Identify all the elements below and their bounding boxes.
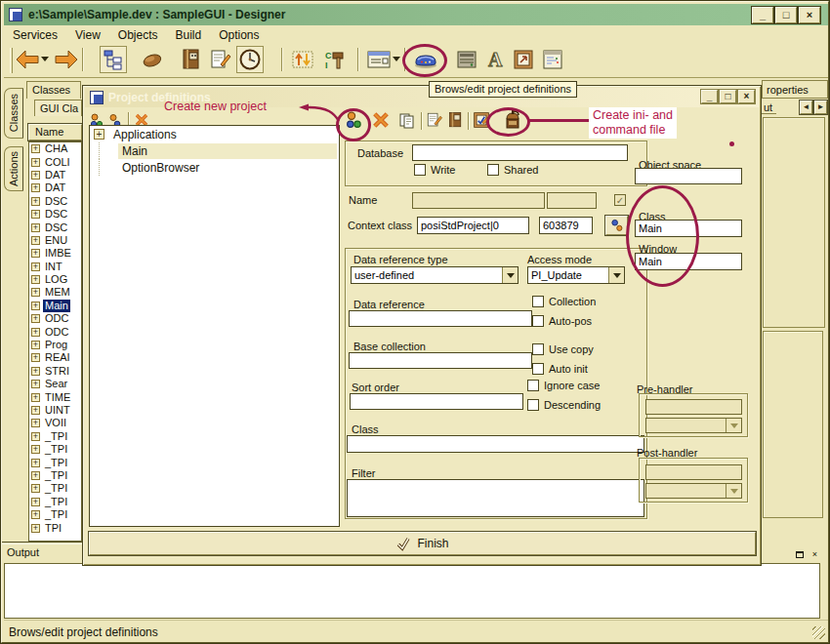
machine-button[interactable] <box>453 46 480 73</box>
expand-icon[interactable]: + <box>31 419 40 427</box>
image-edit-button[interactable] <box>473 111 490 129</box>
create-ini-button[interactable] <box>503 109 523 131</box>
dialog-close-button[interactable]: × <box>738 90 755 103</box>
class-tree-item[interactable]: +MEM <box>29 286 81 299</box>
close-button[interactable]: × <box>799 7 820 23</box>
class-tree-item[interactable]: +_TPI <box>29 430 81 443</box>
class-tree-item[interactable]: +DSC <box>29 208 81 221</box>
tree-item-optionbrowser[interactable]: OptionBrowser <box>90 159 339 176</box>
expand-icon[interactable]: + <box>31 210 40 219</box>
class-book-button[interactable] <box>178 46 205 73</box>
output-area[interactable] <box>4 563 820 619</box>
class-tree-item[interactable]: +TPI <box>29 521 81 534</box>
context-class-id-input[interactable] <box>539 217 593 234</box>
object-space-input[interactable] <box>635 168 742 184</box>
collection-checkbox[interactable]: Collection <box>532 296 596 307</box>
checkbox-box[interactable] <box>527 380 539 391</box>
expand-icon[interactable]: + <box>31 484 40 493</box>
menu-item[interactable]: Services <box>4 26 66 44</box>
expand-icon[interactable]: + <box>31 445 40 454</box>
class-tree-item[interactable]: +VOII <box>29 417 81 429</box>
checkbox-box[interactable] <box>532 296 544 307</box>
class-tree-item[interactable]: +STRI <box>29 365 81 378</box>
write-checkbox[interactable]: Write <box>414 164 455 176</box>
target-window-input[interactable] <box>635 253 742 270</box>
image-button[interactable] <box>510 46 537 73</box>
sort-order-input[interactable] <box>350 393 523 410</box>
class-tree-item[interactable]: +_TPI <box>29 482 81 495</box>
side-tab-actions[interactable]: Actions <box>4 146 23 191</box>
menu-item[interactable]: View <box>66 26 109 44</box>
class-tree-item[interactable]: +Prog <box>29 339 81 351</box>
class-tree-item[interactable]: +Main <box>29 300 81 312</box>
tab-gui-classes[interactable]: GUI Cla <box>34 100 82 116</box>
dialog-maximize-button[interactable]: □ <box>720 90 736 103</box>
expand-icon[interactable]: + <box>31 183 40 192</box>
minimize-button[interactable]: _ <box>752 7 773 23</box>
class-tree-item[interactable]: +DSC <box>29 195 81 208</box>
tree-item-main[interactable]: Main <box>90 142 339 159</box>
descending-checkbox[interactable]: Descending <box>527 399 601 411</box>
class-tree-item[interactable]: +_TPI <box>29 443 81 456</box>
base-collection-input[interactable] <box>349 352 532 369</box>
class-tree-item[interactable]: +_TPI <box>29 508 81 521</box>
data-reference-type-combo[interactable]: user-defined <box>351 266 519 284</box>
class-tree-item[interactable]: +_TPI <box>29 456 81 468</box>
class-tree-item[interactable]: +UINT <box>29 404 81 417</box>
class-tree-item[interactable]: +TIME <box>29 390 81 403</box>
expand-icon[interactable]: + <box>31 262 40 271</box>
checkbox-box[interactable] <box>532 315 544 327</box>
class-tree-item[interactable]: +DAT <box>29 181 81 194</box>
maximize-button[interactable]: □ <box>775 7 797 23</box>
checkbox-box[interactable] <box>487 164 499 176</box>
toolbar-grip[interactable] <box>10 48 13 73</box>
expand-icon[interactable]: + <box>31 367 40 376</box>
book-button[interactable] <box>447 111 464 129</box>
window-editor-button[interactable] <box>539 46 566 73</box>
expand-icon[interactable]: + <box>31 406 40 415</box>
class-tree-item[interactable]: +_TPI <box>29 496 81 508</box>
class-tree-item[interactable]: +IMBE <box>29 247 81 260</box>
auto-init-checkbox[interactable]: Auto init <box>532 363 588 375</box>
expand-icon[interactable]: + <box>31 380 40 388</box>
filter-input[interactable] <box>347 479 644 517</box>
delete-project-button[interactable] <box>371 110 391 130</box>
expand-icon[interactable]: + <box>31 302 40 310</box>
expand-icon[interactable]: + <box>31 144 40 153</box>
expand-icon[interactable]: + <box>31 288 40 297</box>
form-view-button[interactable] <box>365 46 393 73</box>
side-tab-classes[interactable]: Classes <box>4 88 23 139</box>
tab-scroll-right-button[interactable]: ► <box>814 101 827 114</box>
expand-icon[interactable]: + <box>31 158 40 167</box>
class-tree-item[interactable]: +Sear <box>29 378 81 390</box>
name-column-header[interactable]: Name <box>28 124 82 141</box>
project-definitions-button[interactable] <box>412 46 439 73</box>
expand-icon[interactable]: + <box>31 236 40 245</box>
class-tree-item[interactable]: +LOG <box>29 273 81 286</box>
edit-source-button[interactable] <box>207 46 234 73</box>
finish-button[interactable]: Finish <box>89 532 756 555</box>
form-view-dropdown-icon[interactable] <box>393 57 400 61</box>
database-input[interactable] <box>412 144 628 161</box>
expand-icon[interactable]: + <box>31 432 40 441</box>
expand-icon[interactable]: + <box>31 498 40 506</box>
class-tree-item[interactable]: +DAT <box>29 169 81 181</box>
expand-icon[interactable]: + <box>31 341 40 349</box>
forward-button[interactable] <box>53 46 80 73</box>
class-tree-item[interactable]: +REAI <box>29 351 81 364</box>
checkbox-box[interactable] <box>527 399 539 411</box>
use-copy-checkbox[interactable]: Use copy <box>532 343 594 355</box>
expand-icon[interactable]: + <box>31 524 40 533</box>
font-button[interactable]: A <box>482 46 510 73</box>
class-tree-item[interactable]: +ENU <box>29 234 81 247</box>
expand-icon[interactable]: + <box>94 129 104 140</box>
tab-scroll-left-button[interactable]: ◄ <box>800 101 812 114</box>
menu-item[interactable]: Options <box>210 26 268 44</box>
ignore-case-checkbox[interactable]: Ignore case <box>527 380 600 391</box>
class-tree-item[interactable]: +COLI <box>29 155 81 168</box>
expand-icon[interactable]: + <box>31 353 40 362</box>
class-tree-item[interactable]: +ODC <box>29 312 81 325</box>
expand-icon[interactable]: + <box>31 275 40 284</box>
pick-class-button[interactable] <box>605 216 628 235</box>
float-panel-icon[interactable] <box>794 549 807 561</box>
